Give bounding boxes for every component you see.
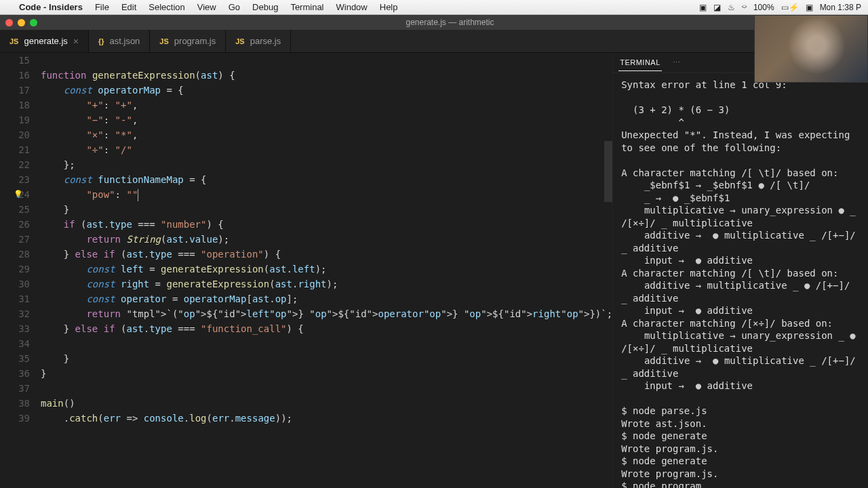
menu-debug[interactable]: Debug <box>252 2 278 12</box>
terminal-line: Unexpected "*". Instead, I was expecting… <box>621 129 860 154</box>
line-number[interactable]: 25 <box>0 202 30 217</box>
editor-tab[interactable]: JSprogram.js <box>150 30 226 52</box>
menu-go[interactable]: Go <box>229 2 240 12</box>
code-line[interactable]: "pow": "" <box>41 187 612 202</box>
line-number[interactable]: 32 <box>0 306 30 321</box>
menu-view[interactable]: View <box>197 2 216 12</box>
terminal-line: input → ● additive <box>621 380 860 392</box>
code-line[interactable]: } else if (ast.type === "function_call")… <box>41 321 612 336</box>
line-number[interactable]: 18 <box>0 98 30 113</box>
code-line[interactable]: } else if (ast.type === "operation") { <box>41 247 612 262</box>
line-number[interactable]: 33 <box>0 321 30 336</box>
code-line[interactable]: main() <box>41 396 612 411</box>
terminal-line: input → ● additive <box>621 304 860 317</box>
terminal-line: $ node program <box>621 480 860 488</box>
traffic-close[interactable] <box>5 19 13 26</box>
code-line[interactable]: return String(ast.value); <box>41 232 612 247</box>
terminal-line: A character matching /[ \t]/ based on: <box>621 267 860 280</box>
screencast-icon[interactable]: ▣ <box>699 3 707 12</box>
code-editor[interactable]: 1516171819202122232425262728293031323334… <box>0 53 612 488</box>
panel-tab-more-icon[interactable]: ⋯ <box>671 54 682 71</box>
tab-label: generate.js <box>24 36 67 46</box>
code-line[interactable]: "÷": "/" <box>41 142 612 157</box>
code-line[interactable]: const left = generateExpression(ast.left… <box>41 262 612 277</box>
editor-tabbar: JSgenerate.js×{}ast.jsonJSprogram.jsJSpa… <box>0 30 868 53</box>
mirror-icon[interactable]: ◪ <box>713 3 721 12</box>
line-number[interactable]: 27 <box>0 232 30 247</box>
code-line[interactable]: return "tmpl">`("op">${"id">left"op">} "… <box>41 306 612 321</box>
icon-square[interactable]: ▣ <box>806 3 813 12</box>
terminal-line: A character matching /[ \t]/ based on: <box>621 167 860 180</box>
tab-label: parse.js <box>250 36 281 46</box>
code-line[interactable] <box>41 336 612 351</box>
code-line[interactable]: "×": "*", <box>41 127 612 142</box>
code-line[interactable] <box>41 381 612 396</box>
editor-tab[interactable]: JSparse.js <box>226 30 291 52</box>
line-number[interactable]: 22 <box>0 157 30 172</box>
terminal-line: additive → ● multiplicative _ /[+−]/ _ a… <box>621 229 860 254</box>
flame-icon[interactable]: ♨ <box>728 3 735 12</box>
terminal-line: additive → multiplicative _ ● /[+−]/ _ a… <box>621 279 860 304</box>
menu-help[interactable]: Help <box>380 2 398 12</box>
code-line[interactable]: } <box>41 366 612 381</box>
line-number[interactable]: 37 <box>0 381 30 396</box>
terminal-line: multiplicative → unary_expression _ ● /[… <box>621 329 860 354</box>
code-line[interactable]: } <box>41 202 612 217</box>
line-number[interactable]: 39 <box>0 411 30 426</box>
line-number[interactable]: 30 <box>0 277 30 291</box>
traffic-minimize[interactable] <box>18 19 25 26</box>
tab-label: ast.json <box>110 36 140 46</box>
code-line[interactable]: "−": "-", <box>41 113 612 127</box>
code-line[interactable]: const operatorMap = { <box>41 83 612 98</box>
menu-edit[interactable]: Edit <box>121 2 136 12</box>
code-line[interactable]: }; <box>41 157 612 172</box>
line-number[interactable]: 23 <box>0 172 30 187</box>
line-number[interactable]: 29 <box>0 262 30 277</box>
menu-file[interactable]: File <box>95 2 109 12</box>
clock[interactable]: Mon 1:38 P <box>820 3 861 12</box>
code-line[interactable]: const right = generateExpression(ast.rig… <box>41 277 612 291</box>
menu-selection[interactable]: Selection <box>149 2 184 12</box>
traffic-zoom[interactable] <box>30 19 37 26</box>
code-line[interactable]: .catch(err => console.log(err.message)); <box>41 411 612 426</box>
line-number[interactable]: 36 <box>0 366 30 381</box>
code-line[interactable]: } <box>41 351 612 366</box>
line-number[interactable]: 19 <box>0 113 30 127</box>
line-number[interactable]: 24 <box>0 187 30 202</box>
line-number[interactable]: 31 <box>0 291 30 306</box>
terminal-output[interactable]: Syntax error at line 1 col 9: (3 + 2) * … <box>613 73 868 488</box>
terminal-line <box>621 392 860 405</box>
wifi-icon[interactable]: ⌔ <box>742 3 747 12</box>
battery-icon[interactable]: ▭⚡ <box>781 3 799 12</box>
line-number[interactable]: 20 <box>0 127 30 142</box>
menu-window[interactable]: Window <box>336 2 368 12</box>
code-line[interactable]: "+": "+", <box>41 98 612 113</box>
code-line[interactable]: if (ast.type === "number") { <box>41 217 612 232</box>
code-line[interactable]: function generateExpression(ast) { <box>41 68 612 83</box>
line-number[interactable]: 21 <box>0 142 30 157</box>
panel-tab-terminal[interactable]: TERMINAL <box>618 54 662 71</box>
code-line[interactable]: const operator = operatorMap[ast.op]; <box>41 291 612 306</box>
line-number[interactable]: 35 <box>0 351 30 366</box>
line-number[interactable]: 28 <box>0 247 30 262</box>
line-number[interactable]: 17 <box>0 83 30 98</box>
line-number[interactable]: 34 <box>0 336 30 351</box>
app-name[interactable]: Code - Insiders <box>19 2 83 12</box>
panel: TERMINAL ⋯ 2: Replay Term + Syntax error… <box>612 53 868 488</box>
menu-terminal[interactable]: Terminal <box>290 2 323 12</box>
window-title: generate.js — arithmetic <box>406 18 494 27</box>
line-number[interactable]: 16 <box>0 68 30 83</box>
editor-tab[interactable]: JSgenerate.js× <box>0 30 89 52</box>
line-number[interactable]: 38 <box>0 396 30 411</box>
editor-tab[interactable]: {}ast.json <box>89 30 150 52</box>
close-tab-icon[interactable]: × <box>73 36 79 47</box>
line-number[interactable]: 15 <box>0 53 30 68</box>
editor-scrollbar[interactable] <box>604 141 612 202</box>
terminal-line: Wrote program.js. <box>621 443 860 455</box>
code-line[interactable]: const functionNameMap = { <box>41 172 612 187</box>
window-titlebar[interactable]: generate.js — arithmetic <box>0 15 868 30</box>
js-file-icon: JS <box>235 37 244 45</box>
code-line[interactable] <box>41 53 612 68</box>
terminal-line <box>621 154 860 167</box>
line-number[interactable]: 26 <box>0 217 30 232</box>
